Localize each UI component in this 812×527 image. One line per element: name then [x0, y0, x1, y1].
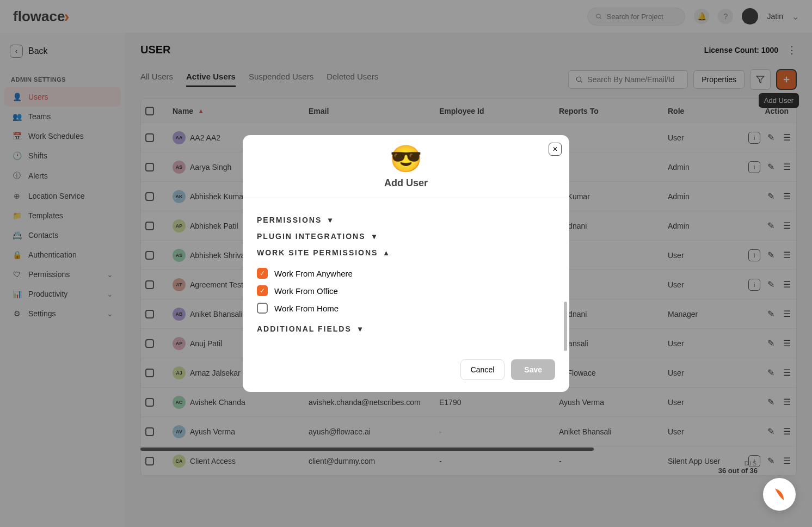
cancel-button[interactable]: Cancel	[460, 359, 505, 380]
worksite-option[interactable]: Work From Home	[257, 299, 555, 317]
modal-close-button[interactable]: ✕	[549, 143, 562, 156]
flowace-icon	[771, 486, 788, 503]
worksite-option[interactable]: ✓Work From Anywhere	[257, 265, 555, 282]
caret-up-icon: ▴	[384, 248, 389, 257]
checkbox-label: Work From Anywhere	[274, 269, 353, 278]
section-additional[interactable]: ADDITIONAL FIELDS ▾	[257, 324, 555, 333]
checkbox[interactable]: ✓	[257, 285, 268, 296]
modal-overlay: ✕ 😎 Add User PERMISSIONS ▾ PLUGIN INTEGR…	[0, 0, 812, 527]
caret-down-icon: ▾	[372, 232, 377, 241]
checkbox[interactable]: ✓	[257, 268, 268, 279]
section-permissions[interactable]: PERMISSIONS ▾	[257, 216, 555, 224]
add-user-modal: ✕ 😎 Add User PERMISSIONS ▾ PLUGIN INTEGR…	[243, 135, 569, 392]
checkbox[interactable]	[257, 303, 268, 314]
worksite-option[interactable]: ✓Work From Office	[257, 282, 555, 299]
chat-widget[interactable]	[763, 478, 796, 511]
checkbox-label: Work From Home	[274, 304, 339, 313]
modal-title: Add User	[243, 177, 569, 189]
modal-scrollbar[interactable]	[564, 302, 567, 351]
section-worksite[interactable]: WORK SITE PERMISSIONS ▴	[257, 248, 555, 257]
caret-down-icon: ▾	[358, 324, 363, 333]
save-button[interactable]: Save	[511, 359, 555, 380]
section-plugins[interactable]: PLUGIN INTEGRATIONS ▾	[257, 232, 555, 241]
cool-emoji-icon: 😎	[243, 146, 569, 172]
caret-down-icon: ▾	[328, 216, 333, 224]
checkbox-label: Work From Office	[274, 286, 338, 296]
